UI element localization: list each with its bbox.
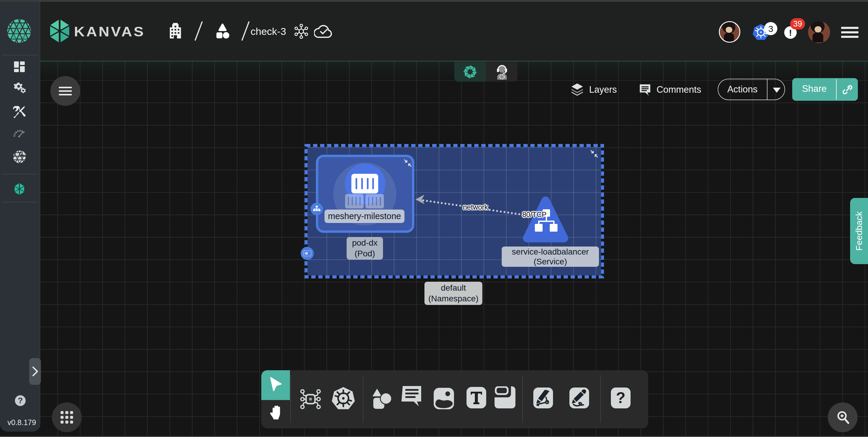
svg-text:?: ?: [616, 389, 625, 406]
